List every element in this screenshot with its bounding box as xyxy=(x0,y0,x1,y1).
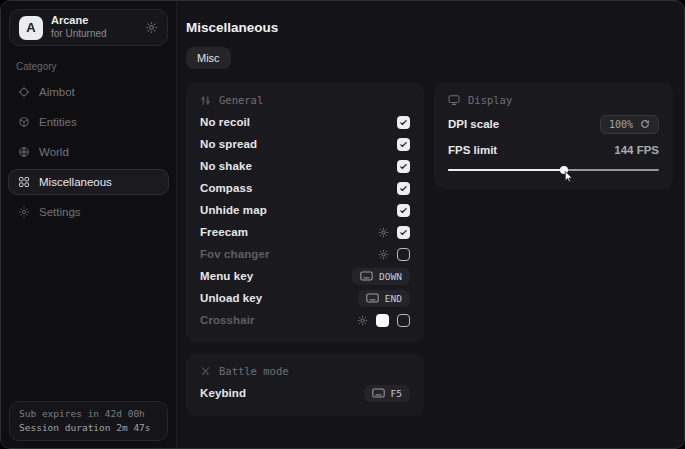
fps-slider-thumb[interactable] xyxy=(560,166,568,174)
globe-icon xyxy=(18,146,30,158)
app-subtitle: for Unturned xyxy=(51,28,107,41)
app-logo: A xyxy=(19,16,43,40)
setting-row-fov-changer: Fov changer xyxy=(200,243,410,265)
header-gear-icon[interactable] xyxy=(145,21,158,34)
unload-key-binding[interactable]: END xyxy=(358,290,410,307)
app-logo-letter: A xyxy=(26,20,35,35)
sidebar-item-entities[interactable]: Entities xyxy=(8,109,169,135)
no-spread-checkbox[interactable] xyxy=(397,138,410,151)
fps-limit-slider[interactable] xyxy=(448,165,659,177)
setting-row-no-recoil: No recoil xyxy=(200,111,410,133)
freecam-gear-icon[interactable] xyxy=(378,227,389,238)
display-card: Display DPI scale 100% F xyxy=(434,82,673,189)
app-header: A Arcane for Unturned xyxy=(9,9,168,46)
crosshair-icon xyxy=(18,86,30,98)
tab-misc[interactable]: Misc xyxy=(186,47,231,69)
no-recoil-checkbox[interactable] xyxy=(397,116,410,129)
setting-row-dpi-scale: DPI scale 100% xyxy=(448,111,659,137)
no-shake-checkbox[interactable] xyxy=(397,160,410,173)
crosshair-gear-icon[interactable] xyxy=(357,315,368,326)
refresh-icon[interactable] xyxy=(640,119,650,129)
sidebar-nav: Aimbot Entities World xyxy=(1,77,176,227)
dpi-scale-value[interactable]: 100% xyxy=(600,115,659,134)
fov-changer-checkbox[interactable] xyxy=(397,248,410,261)
sidebar-item-label: World xyxy=(39,146,69,158)
crosshair-checkbox[interactable] xyxy=(397,314,410,327)
sidebar-item-label: Aimbot xyxy=(39,86,75,98)
freecam-checkbox[interactable] xyxy=(397,226,410,239)
sidebar-item-label: Settings xyxy=(39,206,81,218)
keybind-value: F5 xyxy=(391,388,402,399)
sidebar-item-settings[interactable]: Settings xyxy=(8,199,169,225)
session-duration-text: Session duration 2m 47s xyxy=(19,422,158,433)
subscription-info: Sub expires in 42d 00h Session duration … xyxy=(9,401,168,441)
cube-icon xyxy=(18,116,30,128)
fps-slider-fill xyxy=(448,169,564,171)
keybind-value: DOWN xyxy=(379,271,402,282)
crosshair-color-swatch[interactable] xyxy=(376,314,389,327)
dpi-value-text: 100% xyxy=(609,119,633,130)
sidebar-item-label: Entities xyxy=(39,116,77,128)
gear-icon xyxy=(18,206,30,218)
card-title: General xyxy=(219,94,263,106)
setting-row-freecam: Freecam xyxy=(200,221,410,243)
setting-row-battle-keybind: Keybind F5 xyxy=(200,382,410,404)
card-title: Battle mode xyxy=(219,365,289,377)
general-card: General No recoil No spread xyxy=(186,82,424,343)
unhide-map-checkbox[interactable] xyxy=(397,204,410,217)
setting-row-unhide-map: Unhide map xyxy=(200,199,410,221)
grid-icon xyxy=(18,176,30,188)
setting-row-menu-key: Menu key DOWN xyxy=(200,265,410,287)
setting-row-unload-key: Unload key END xyxy=(200,287,410,309)
fov-changer-gear-icon[interactable] xyxy=(378,249,389,260)
category-label: Category xyxy=(16,61,176,72)
setting-row-compass: Compass xyxy=(200,177,410,199)
app-name: Arcane xyxy=(51,14,107,28)
sidebar-item-aimbot[interactable]: Aimbot xyxy=(8,79,169,105)
setting-row-no-spread: No spread xyxy=(200,133,410,155)
app-window: A Arcane for Unturned Category Aimbo xyxy=(0,0,685,449)
battle-key-binding[interactable]: F5 xyxy=(364,385,410,402)
sidebar-item-miscellaneous[interactable]: Miscellaneous xyxy=(8,169,169,195)
sidebar-item-world[interactable]: World xyxy=(8,139,169,165)
swords-icon xyxy=(200,366,211,377)
menu-key-binding[interactable]: DOWN xyxy=(352,268,410,285)
keyboard-icon xyxy=(360,271,373,281)
setting-row-crosshair: Crosshair xyxy=(200,309,410,331)
sidebar-item-label: Miscellaneous xyxy=(39,176,112,188)
keyboard-icon xyxy=(372,388,385,398)
keybind-value: END xyxy=(385,293,402,304)
page-title: Miscellaneous xyxy=(186,20,673,35)
keyboard-icon xyxy=(366,293,379,303)
sidebar: A Arcane for Unturned Category Aimbo xyxy=(1,1,177,448)
setting-row-fps-limit: FPS limit 144 FPS xyxy=(448,137,659,163)
fps-limit-value: 144 FPS xyxy=(614,144,659,156)
sliders-icon xyxy=(200,95,211,106)
card-title: Display xyxy=(468,94,512,106)
sub-expiry-text: Sub expires in 42d 00h xyxy=(19,408,158,419)
setting-row-no-shake: No shake xyxy=(200,155,410,177)
battle-mode-card: Battle mode Keybind F5 xyxy=(186,353,424,416)
main-content: Miscellaneous Misc General No recoil xyxy=(177,1,685,448)
compass-checkbox[interactable] xyxy=(397,182,410,195)
monitor-icon xyxy=(448,94,460,106)
mouse-cursor xyxy=(563,170,574,188)
